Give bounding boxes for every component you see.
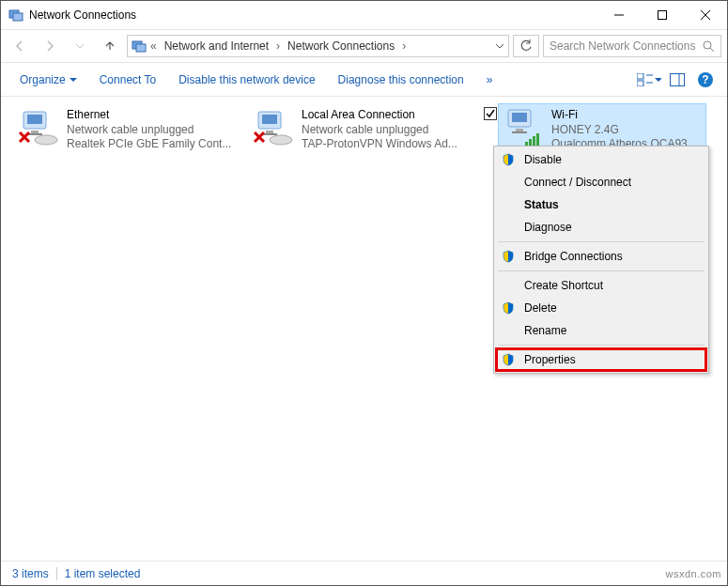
svg-text:?: ? xyxy=(702,73,708,86)
address-bar[interactable]: « Network and Internet › Network Connect… xyxy=(127,35,509,57)
menu-delete[interactable]: Delete xyxy=(496,297,706,319)
menu-bridge[interactable]: Bridge Connections xyxy=(496,245,706,268)
svg-rect-38 xyxy=(533,136,535,146)
svg-rect-37 xyxy=(529,139,532,146)
connection-name: Local Area Connection xyxy=(302,108,457,123)
svg-rect-26 xyxy=(262,115,277,124)
menu-separator xyxy=(498,270,705,271)
search-icon xyxy=(703,40,715,53)
menu-separator xyxy=(498,345,705,346)
search-input[interactable]: Search Network Connections xyxy=(543,35,721,57)
svg-point-8 xyxy=(704,41,711,49)
menu-diagnose[interactable]: Diagnose xyxy=(496,216,706,239)
svg-line-9 xyxy=(710,48,714,52)
svg-rect-10 xyxy=(637,73,643,79)
menu-status[interactable]: Status xyxy=(496,193,706,216)
address-icon xyxy=(132,39,147,54)
divider xyxy=(56,567,57,580)
menu-properties[interactable]: Properties xyxy=(496,348,706,371)
svg-rect-20 xyxy=(31,131,39,133)
recent-dropdown[interactable] xyxy=(67,33,93,59)
item-count: 3 items xyxy=(12,567,49,580)
shield-icon xyxy=(502,301,515,315)
preview-pane-button[interactable] xyxy=(665,68,689,92)
breadcrumb-a[interactable]: Network and Internet xyxy=(161,38,272,54)
titlebar: Network Connections xyxy=(1,1,727,29)
connection-name: Wi-Fi xyxy=(551,108,702,123)
up-button[interactable] xyxy=(97,33,123,59)
toolbar: Organize Connect To Disable this network… xyxy=(1,63,727,97)
svg-rect-7 xyxy=(136,44,146,52)
svg-rect-11 xyxy=(637,81,643,86)
svg-rect-19 xyxy=(27,115,42,124)
connection-status: Network cable unplugged xyxy=(67,123,231,138)
shield-icon xyxy=(502,353,515,366)
svg-rect-1 xyxy=(13,13,23,21)
connection-status: HONEY 2.4G xyxy=(551,123,702,138)
connection-info: Local Area Connection Network cable unpl… xyxy=(302,108,457,152)
connection-ethernet[interactable]: Ethernet Network cable unplugged Realtek… xyxy=(14,104,240,156)
svg-rect-39 xyxy=(536,133,539,146)
maximize-button[interactable] xyxy=(641,1,684,29)
svg-rect-34 xyxy=(516,129,523,131)
diagnose-button[interactable]: Diagnose this connection xyxy=(329,68,473,92)
forward-button[interactable] xyxy=(37,33,63,59)
chevron-right-icon: › xyxy=(402,39,406,53)
watermark: wsxdn.com xyxy=(665,568,721,579)
view-options-button[interactable] xyxy=(637,68,661,92)
minimize-button[interactable] xyxy=(597,1,641,29)
ethernet-icon xyxy=(18,108,61,146)
menu-connect[interactable]: Connect / Disconnect xyxy=(496,171,706,193)
breadcrumb-b[interactable]: Network Connections xyxy=(284,38,398,54)
connection-device: Realtek PCIe GbE Family Cont... xyxy=(67,137,231,152)
navbar: « Network and Internet › Network Connect… xyxy=(1,29,727,63)
breadcrumb-prefix: « xyxy=(150,39,157,53)
app-icon xyxy=(8,8,23,23)
back-button[interactable] xyxy=(7,33,33,59)
connection-name: Ethernet xyxy=(67,108,231,123)
connect-to-button[interactable]: Connect To xyxy=(90,68,166,92)
shield-icon xyxy=(502,250,515,263)
refresh-button[interactable] xyxy=(513,35,539,57)
svg-point-24 xyxy=(35,135,57,145)
selection-checkbox[interactable] xyxy=(484,107,497,120)
svg-rect-27 xyxy=(266,131,273,133)
selected-count: 1 item selected xyxy=(65,567,141,580)
menu-rename[interactable]: Rename xyxy=(496,319,706,342)
organize-menu[interactable]: Organize xyxy=(10,68,86,92)
shield-icon xyxy=(502,153,515,166)
disable-device-button[interactable]: Disable this network device xyxy=(169,68,324,92)
content-area: Ethernet Network cable unplugged Realtek… xyxy=(1,97,727,557)
connection-device: TAP-ProtonVPN Windows Ad... xyxy=(302,137,457,152)
menu-disable[interactable]: Disable xyxy=(496,148,706,171)
address-dropdown-icon[interactable] xyxy=(495,41,504,51)
svg-rect-33 xyxy=(512,113,527,122)
local-icon xyxy=(253,108,296,146)
menu-shortcut[interactable]: Create Shortcut xyxy=(496,274,706,297)
svg-rect-3 xyxy=(658,11,667,20)
window-title: Network Connections xyxy=(29,8,597,22)
context-menu: Disable Connect / Disconnect Status Diag… xyxy=(493,146,709,374)
toolbar-overflow[interactable]: » xyxy=(477,68,503,92)
help-button[interactable]: ? xyxy=(693,68,718,92)
connection-info: Ethernet Network cable unplugged Realtek… xyxy=(67,108,231,152)
statusbar: 3 items 1 item selected xyxy=(1,561,727,585)
connection-status: Network cable unplugged xyxy=(302,123,457,138)
menu-separator xyxy=(498,241,705,242)
wifi-icon xyxy=(503,108,546,146)
chevron-right-icon: › xyxy=(276,39,280,53)
svg-rect-35 xyxy=(512,131,527,133)
svg-point-31 xyxy=(270,135,292,145)
search-placeholder: Search Network Connections xyxy=(550,39,703,53)
connection-local[interactable]: Local Area Connection Network cable unpl… xyxy=(249,104,474,156)
svg-rect-14 xyxy=(671,73,685,85)
close-button[interactable] xyxy=(684,1,727,29)
